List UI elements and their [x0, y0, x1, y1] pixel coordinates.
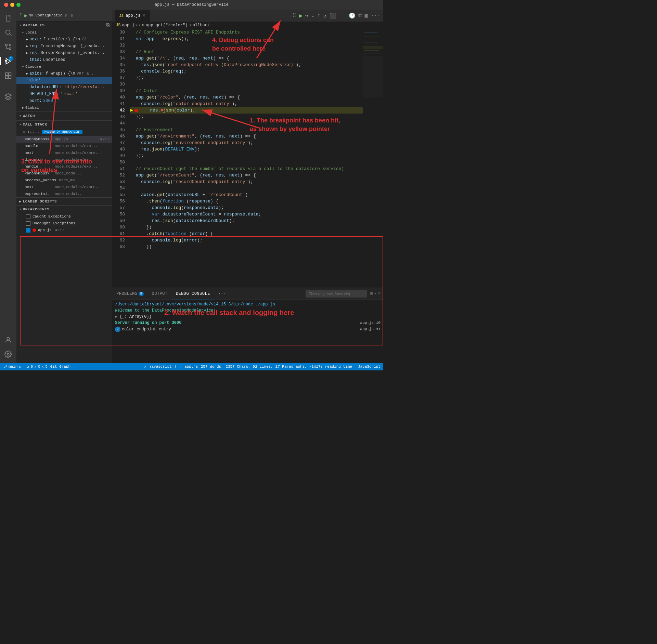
- editor-top-bar: JS app.js × ⠿ ▶ ↷ ↓ ↑ ↺ ⬛ 🕐 ⧉ ▣ ···: [112, 10, 383, 22]
- minimize-button[interactable]: [10, 3, 14, 7]
- console-up-icon[interactable]: ∧: [374, 291, 377, 297]
- status-errors[interactable]: ✗ 0 ⚠ 0 △ 5: [27, 365, 48, 369]
- call-stack-panel: ▾ CALL STACK ⚙ La... PAUSED ON BREAKPOIN…: [16, 120, 112, 197]
- bottom-tabs: PROBLEMS 5 OUTPUT DEBUG CONSOLE ···: [112, 288, 383, 300]
- svg-rect-22: [364, 47, 373, 47]
- svg-rect-8: [5, 73, 8, 75]
- sidebar-item-search[interactable]: [2, 27, 14, 38]
- more-icon[interactable]: ···: [371, 13, 381, 19]
- call-stack-header[interactable]: ▾ CALL STACK: [16, 121, 112, 128]
- console-list-icon[interactable]: ≡: [370, 291, 373, 297]
- console-line-welcome: Welcome to the DataProcessingNodeService…: [115, 307, 381, 314]
- status-branch[interactable]: ⎇ main ↻: [3, 365, 21, 369]
- breadcrumb-sep: ›: [138, 23, 141, 28]
- editor-tab-appjs[interactable]: JS app.js ×: [115, 10, 150, 22]
- local-section-header[interactable]: ▾ Local: [16, 29, 112, 36]
- var-row-req[interactable]: ▶ req: IncomingMessage {_reada...: [16, 43, 112, 50]
- breadcrumb-file[interactable]: app.js: [122, 23, 137, 28]
- tab-problems[interactable]: PROBLEMS 5: [112, 288, 148, 300]
- status-sep-2: [355, 364, 355, 369]
- bp-caught-checkbox[interactable]: [26, 214, 30, 219]
- var-row-axios[interactable]: ▶ axios: f wrap() {\n var a...: [16, 70, 112, 77]
- bp-caught-exceptions[interactable]: Caught Exceptions: [16, 213, 112, 220]
- breakpoints-panel: ▾ BREAKPOINTS Caught Exceptions Uncaught…: [16, 205, 112, 234]
- svg-rect-23: [364, 50, 379, 51]
- call-stack-item-expressinit[interactable]: expressInit node_modul...: [16, 190, 112, 197]
- split-icon[interactable]: ⧉: [358, 12, 362, 19]
- grid-icon[interactable]: ⠿: [292, 12, 296, 19]
- tab-more[interactable]: ···: [214, 288, 230, 300]
- svg-rect-25: [363, 56, 383, 97]
- tab-debug-console[interactable]: DEBUG CONSOLE: [172, 288, 214, 300]
- sidebar-item-extensions[interactable]: [2, 70, 14, 81]
- maximize-button[interactable]: [16, 3, 21, 7]
- var-row-default-env[interactable]: ▶ DEFAULT_ENV: 'local': [16, 91, 112, 97]
- sidebar-item-account[interactable]: [2, 334, 14, 346]
- var-row-blue-selected[interactable]: 'blue': [16, 77, 112, 84]
- branch-icon: ⎇: [3, 365, 7, 369]
- var-row-this[interactable]: ▶ this: undefined: [16, 56, 112, 63]
- close-button[interactable]: [4, 3, 8, 7]
- svg-rect-16: [364, 34, 374, 34]
- svg-point-0: [6, 30, 10, 35]
- variables-panel: ▾ VARIABLES ⎘ ▾ Local ▶ next: f next(err…: [16, 22, 112, 363]
- bottom-actions: ≡ ∧ ×: [370, 291, 383, 297]
- step-out-button[interactable]: ↑: [317, 13, 321, 19]
- var-row-datastoreurl[interactable]: ▶ datastoreURL: 'http://veryla...: [16, 84, 112, 91]
- sidebar-item-explorer[interactable]: [2, 12, 14, 24]
- debug-gear-icon[interactable]: ⚙: [70, 13, 73, 18]
- closure-section-header[interactable]: ▾ Closure: [16, 63, 112, 70]
- call-stack-item-dispatch[interactable]: dispatch node_modules/e...: [16, 156, 112, 163]
- bp-appjs[interactable]: app.js 42:7: [16, 227, 112, 234]
- console-close-icon[interactable]: ×: [378, 291, 381, 296]
- breakpoints-header[interactable]: ▾ BREAKPOINTS: [16, 206, 112, 213]
- bp-uncaught-checkbox[interactable]: [26, 221, 30, 226]
- call-stack-item-handle2[interactable]: handle node_modules/exp...: [16, 163, 112, 170]
- watch-header[interactable]: ▾ WATCH: [16, 112, 112, 120]
- filter-input[interactable]: [306, 290, 367, 298]
- call-stack-item-next2[interactable]: next node_modules/expre...: [16, 184, 112, 190]
- variables-header[interactable]: ▾ VARIABLES ⎘: [16, 22, 112, 29]
- config-chevron[interactable]: ∨: [65, 13, 67, 18]
- code-editor[interactable]: 3031323334 3536373839 4041 42 4344454647…: [112, 29, 383, 288]
- debug-config-label[interactable]: No Configuratio: [29, 13, 63, 17]
- call-stack-item-anonymous[interactable]: <anonymous> app.js 42:7: [16, 136, 112, 143]
- sidebar-item-debug[interactable]: 1: [2, 55, 14, 67]
- var-row-next[interactable]: ▶ next: f next(err) {\n // ...: [16, 36, 112, 43]
- var-row-res[interactable]: ▶ res: ServerResponse {_events...: [16, 50, 112, 56]
- variables-copy-icon[interactable]: ⎘: [106, 23, 110, 28]
- stop-button[interactable]: ⬛: [330, 12, 336, 19]
- sidebar-item-source-control[interactable]: [2, 41, 14, 53]
- tab-output[interactable]: OUTPUT: [148, 288, 172, 300]
- tab-label: app.js: [126, 13, 140, 18]
- layout-icon[interactable]: ▣: [365, 12, 368, 19]
- call-stack-item-process-params[interactable]: process_params node_mo...: [16, 177, 112, 184]
- svg-rect-10: [5, 76, 8, 78]
- bp-appjs-dot: [33, 228, 36, 232]
- bp-uncaught-exceptions[interactable]: Uncaught Exceptions: [16, 220, 112, 227]
- debug-more-icon[interactable]: ···: [76, 13, 83, 18]
- sidebar-item-remote[interactable]: [2, 91, 14, 103]
- call-stack-item-handle1[interactable]: handle node_modules/exp...: [16, 143, 112, 149]
- debug-console[interactable]: /Users/danielbryant/.nvm/versions/node/v…: [112, 300, 383, 363]
- call-stack-item-anonymous2[interactable]: <anonymous> node_modu...: [16, 170, 112, 177]
- sidebar: f ▶ No Configuratio ∨ ⚙ ··· ▾ VARIABLES …: [16, 10, 112, 363]
- var-row-port[interactable]: ▶ port: 3000: [16, 97, 112, 104]
- breadcrumb-path[interactable]: app.get("/color") callback: [146, 23, 210, 28]
- restart-button[interactable]: ↺: [323, 12, 327, 19]
- bp-appjs-checkbox[interactable]: [26, 228, 30, 233]
- svg-rect-15: [364, 32, 377, 33]
- loaded-scripts-header[interactable]: ▶ LOADED SCRIPTS: [16, 198, 112, 205]
- step-over-button[interactable]: ↷: [305, 12, 309, 19]
- step-into-button[interactable]: ↓: [311, 13, 315, 19]
- svg-rect-19: [364, 42, 378, 42]
- sidebar-item-settings[interactable]: [2, 349, 14, 360]
- status-git-graph[interactable]: Git Graph: [50, 365, 70, 369]
- global-section-header[interactable]: ▶ Global: [16, 104, 112, 111]
- continue-button[interactable]: ▶: [299, 12, 302, 19]
- history-icon[interactable]: 🕐: [349, 12, 356, 19]
- tab-close-button[interactable]: ×: [142, 13, 145, 18]
- run-debug-button[interactable]: ▶: [24, 13, 27, 18]
- debug-toolbar: f ▶ No Configuratio ∨ ⚙ ···: [16, 10, 112, 22]
- call-stack-item-next1[interactable]: next node_modules/expre...: [16, 149, 112, 156]
